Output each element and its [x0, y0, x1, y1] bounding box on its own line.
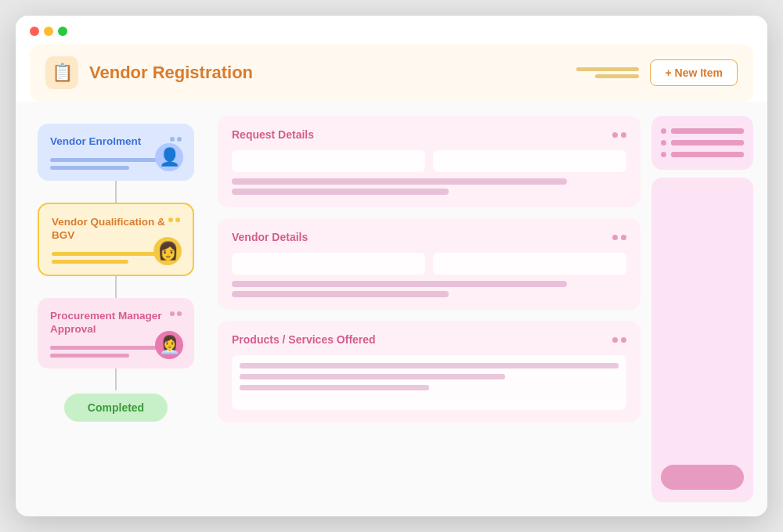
- workflow-node-vendor-enrolment[interactable]: Vendor Enrolment 👤: [38, 124, 194, 181]
- section-header-request: Request Details: [232, 128, 626, 141]
- rs-item-3: [661, 152, 744, 157]
- connector-3: [115, 368, 117, 390]
- form-section-vendor-details: Vendor Details: [218, 218, 640, 310]
- vendor-line-2: [232, 291, 449, 297]
- page-title: Vendor Registration: [89, 63, 253, 83]
- section-dots-vendor: [612, 235, 626, 240]
- vendor-field-1[interactable]: [232, 253, 425, 275]
- products-textarea[interactable]: [232, 355, 626, 410]
- sdot-2: [621, 132, 626, 138]
- page-header: 📋 Vendor Registration + New Item: [30, 44, 753, 102]
- node-dot-5: [170, 311, 175, 316]
- workflow-node-qualification[interactable]: Vendor Qualification & BGV 👩: [38, 203, 194, 276]
- rs-line-3: [671, 152, 744, 157]
- textarea-line-2: [240, 374, 505, 379]
- section-title-vendor: Vendor Details: [232, 231, 308, 243]
- node-dots-enrolment: [170, 137, 182, 142]
- right-sidebar-bottom: [651, 178, 753, 502]
- node-dot-4: [175, 217, 180, 222]
- request-fields-row: [232, 150, 626, 172]
- request-line-2: [232, 189, 449, 195]
- sdot-6: [621, 337, 626, 343]
- node-line-2: [50, 166, 129, 170]
- header-left: 📋 Vendor Registration: [45, 56, 253, 89]
- header-line-2: [595, 74, 639, 78]
- rs-bullet-2: [661, 140, 666, 146]
- request-field-1[interactable]: [232, 150, 425, 172]
- avatar-enrolment: 👤: [155, 143, 183, 171]
- header-right: + New Item: [576, 59, 738, 86]
- section-dots-products: [612, 337, 626, 343]
- avatar-qualification: 👩: [153, 237, 182, 265]
- header-decoration: [576, 67, 639, 78]
- rs-item-1: [661, 128, 744, 134]
- node-title-enrolment: Vendor Enrolment: [50, 135, 141, 149]
- rs-bullet-3: [661, 152, 666, 157]
- section-dots-request: [612, 132, 626, 138]
- node-dot-3: [168, 217, 173, 222]
- header-line-1: [576, 67, 639, 71]
- textarea-line-1: [240, 363, 619, 368]
- maximize-dot[interactable]: [58, 27, 67, 36]
- textarea-line-3: [240, 385, 429, 390]
- connector-1: [115, 181, 117, 203]
- close-dot[interactable]: [30, 27, 39, 36]
- rs-item-2: [661, 140, 744, 146]
- form-section-request-details: Request Details: [218, 116, 640, 207]
- completed-badge: Completed: [64, 394, 168, 422]
- section-title-products: Products / Services Offered: [232, 333, 376, 346]
- avatar-procurement: 👩‍💼: [155, 331, 183, 359]
- right-sidebar: [651, 116, 753, 502]
- section-header-products: Products / Services Offered: [232, 333, 626, 346]
- node-dots-qualification: [168, 217, 180, 222]
- form-section-products-services: Products / Services Offered: [218, 321, 640, 422]
- workflow-panel: Vendor Enrolment 👤 Vendor Qualification …: [30, 116, 202, 502]
- vendor-field-2[interactable]: [433, 253, 626, 275]
- vendor-fields-row: [232, 253, 626, 275]
- sdot-5: [612, 337, 618, 343]
- sdot-4: [621, 235, 626, 240]
- workflow-node-procurement[interactable]: Procurement Manager Approval 👩‍💼: [38, 298, 194, 368]
- node-title-qualification: Vendor Qualification & BGV: [52, 215, 168, 243]
- node-dots-procurement: [170, 311, 182, 316]
- rs-line-2: [671, 140, 744, 146]
- rs-bullet-1: [661, 128, 666, 134]
- vendor-line-1: [232, 281, 567, 287]
- sdot-1: [612, 132, 618, 138]
- node-dot-2: [177, 137, 182, 142]
- section-header-vendor: Vendor Details: [232, 231, 626, 243]
- rs-line-1: [671, 128, 744, 134]
- request-field-2[interactable]: [433, 150, 626, 172]
- node-line-4: [52, 260, 128, 264]
- titlebar: [16, 16, 767, 36]
- sdot-3: [612, 235, 618, 240]
- connector-2: [115, 276, 117, 298]
- right-content: Request Details: [202, 116, 753, 502]
- new-item-button[interactable]: + New Item: [650, 59, 738, 86]
- app-window: 📋 Vendor Registration + New Item Vendor …: [16, 16, 767, 516]
- node-dot-1: [170, 137, 175, 142]
- node-dot-6: [177, 311, 182, 316]
- minimize-dot[interactable]: [44, 27, 53, 36]
- request-line-1: [232, 178, 567, 185]
- form-sections: Request Details: [218, 116, 640, 502]
- main-content: Vendor Enrolment 👤 Vendor Qualification …: [16, 102, 767, 516]
- node-line-6: [50, 354, 129, 358]
- node-title-procurement: Procurement Manager Approval: [50, 309, 170, 336]
- section-title-request: Request Details: [232, 128, 314, 141]
- right-sidebar-top: [651, 116, 753, 170]
- header-icon: 📋: [45, 56, 78, 89]
- action-button[interactable]: [661, 465, 744, 490]
